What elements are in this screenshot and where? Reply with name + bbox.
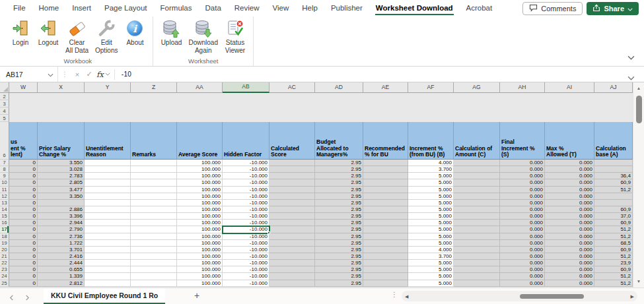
cell-AH10[interactable]: 0.000 xyxy=(500,179,545,186)
login-button[interactable]: Login xyxy=(7,18,34,47)
header-cell-Z[interactable]: Remarks xyxy=(131,122,177,160)
cell-Z15[interactable] xyxy=(131,213,177,220)
cell-AG17[interactable] xyxy=(454,226,500,233)
cell-AG9[interactable] xyxy=(454,173,500,179)
cell-AG16[interactable] xyxy=(454,220,500,226)
cell-AJ25[interactable]: 51,2 xyxy=(594,280,633,287)
cell-Z12[interactable] xyxy=(131,193,177,200)
cell-AG18[interactable] xyxy=(454,233,500,240)
name-box[interactable]: AB17 xyxy=(0,67,58,82)
row-header-22[interactable]: 22 xyxy=(0,260,9,266)
cell-Z14[interactable] xyxy=(131,206,177,213)
header-cell-AF[interactable]: Increment % (from BU) (B) xyxy=(408,122,454,160)
upload-button[interactable]: Upload xyxy=(157,18,185,47)
column-header-Z[interactable]: Z xyxy=(131,82,177,93)
cell-AG23[interactable] xyxy=(454,266,500,273)
cell-AD19[interactable]: 2.95 xyxy=(315,240,363,247)
cell-W19[interactable]: 0 xyxy=(9,240,38,247)
cell-AA16[interactable]: 100.000 xyxy=(177,220,223,226)
cell-AC17[interactable] xyxy=(269,226,315,233)
cell-AF10[interactable]: 5.000 xyxy=(408,179,454,186)
cell-AB22[interactable]: -10.000 xyxy=(223,260,269,266)
cell-W7[interactable]: 0 xyxy=(9,160,38,166)
cell-AE17[interactable] xyxy=(363,226,408,233)
cell-AH24[interactable]: 0.000 xyxy=(500,273,545,280)
cell-X16[interactable]: 2.944 xyxy=(38,220,85,226)
formula-input[interactable]: -10 xyxy=(116,71,644,78)
header-cell-AH[interactable]: Final Increment % (S) xyxy=(500,122,545,160)
cell-AA23[interactable]: 100.000 xyxy=(177,266,223,273)
row-header-23[interactable]: 23 xyxy=(0,266,9,273)
cell-AA14[interactable]: 100.000 xyxy=(177,206,223,213)
row-header-10[interactable]: 10 xyxy=(0,179,9,186)
status-viewer-button[interactable]: Status Viewer xyxy=(221,18,249,55)
cell-AI19[interactable]: 0.000 xyxy=(545,240,594,247)
cell-AI20[interactable]: 0.000 xyxy=(545,247,594,253)
cell-AD23[interactable]: 2.95 xyxy=(315,266,363,273)
row-header-3[interactable]: 3 xyxy=(0,100,9,107)
cell-AH13[interactable]: 0.000 xyxy=(500,200,545,206)
cell-Y9[interactable] xyxy=(85,173,131,179)
cell-AI14[interactable]: 0.000 xyxy=(545,206,594,213)
cell-W21[interactable]: 0 xyxy=(9,253,38,260)
cell-Z9[interactable] xyxy=(131,173,177,179)
cell-AJ17[interactable]: 51,2 xyxy=(594,226,633,233)
cell-AG21[interactable] xyxy=(454,253,500,260)
cell-AJ24[interactable]: 51,2 xyxy=(594,273,633,280)
cell-AA25[interactable]: 100.000 xyxy=(177,280,223,287)
cell-AE19[interactable] xyxy=(363,240,408,247)
cell-AA21[interactable]: 100.000 xyxy=(177,253,223,260)
cell-AE12[interactable] xyxy=(363,193,408,200)
cell-AC11[interactable] xyxy=(269,187,315,193)
cell-AA22[interactable]: 100.000 xyxy=(177,260,223,266)
cell-AD9[interactable]: 2.95 xyxy=(315,173,363,179)
cell-AH25[interactable]: 0.000 xyxy=(500,280,545,287)
column-header-AE[interactable]: AE xyxy=(363,82,408,93)
cell-Z21[interactable] xyxy=(131,253,177,260)
row-header-21[interactable]: 21 xyxy=(0,253,9,260)
tab-data[interactable]: Data xyxy=(199,0,228,16)
clear-all-data-button[interactable]: Clear All Data xyxy=(62,18,92,55)
cell-AA9[interactable]: 100.000 xyxy=(177,173,223,179)
cell-AI16[interactable]: 0.000 xyxy=(545,220,594,226)
cell-AE16[interactable] xyxy=(363,220,408,226)
cell-AJ9[interactable]: 36,4 xyxy=(594,173,633,179)
comments-button[interactable]: Comments xyxy=(522,2,583,15)
cell-AF20[interactable]: 4.000 xyxy=(408,247,454,253)
cell-Y10[interactable] xyxy=(85,179,131,186)
insert-function-button[interactable]: fx xyxy=(95,70,113,79)
enter-icon[interactable]: ✓ xyxy=(83,70,95,78)
column-header-AD[interactable]: AD xyxy=(315,82,363,93)
cell-AA13[interactable]: 100.000 xyxy=(177,200,223,206)
cell-AF21[interactable]: 3.700 xyxy=(408,253,454,260)
cell-AG10[interactable] xyxy=(454,179,500,186)
header-cell-X[interactable]: Prior Salary Change % xyxy=(38,122,85,160)
cell-AC22[interactable] xyxy=(269,260,315,266)
row-header-7[interactable]: 7 xyxy=(0,160,9,166)
cell-AF8[interactable]: 3.700 xyxy=(408,166,454,173)
about-button[interactable]: iAbout xyxy=(121,18,149,47)
cell-AD21[interactable]: 2.95 xyxy=(315,253,363,260)
row-header-14[interactable]: 14 xyxy=(0,206,9,213)
cell-AF13[interactable]: 5.000 xyxy=(408,200,454,206)
cell-AD15[interactable]: 2.95 xyxy=(315,213,363,220)
cell-Z25[interactable] xyxy=(131,280,177,287)
cell-Y7[interactable] xyxy=(85,160,131,166)
cell-AH19[interactable]: 0.000 xyxy=(500,240,545,247)
cell-X19[interactable]: 1.722 xyxy=(38,240,85,247)
cell-AH21[interactable]: 0.000 xyxy=(500,253,545,260)
cell-AG11[interactable] xyxy=(454,187,500,193)
cell-AD7[interactable]: 2.95 xyxy=(315,160,363,166)
cell-X11[interactable]: 3.477 xyxy=(38,187,85,193)
cell-AI8[interactable]: 0.000 xyxy=(545,166,594,173)
row-header-20[interactable]: 20 xyxy=(0,247,9,253)
cell-AG15[interactable] xyxy=(454,213,500,220)
cell-AD24[interactable]: 2.95 xyxy=(315,273,363,280)
cell-W14[interactable]: 0 xyxy=(9,206,38,213)
header-cell-Y[interactable]: Unentitlement Reason xyxy=(85,122,131,160)
cell-AC7[interactable] xyxy=(269,160,315,166)
cell-Z17[interactable] xyxy=(131,226,177,233)
cell-AC13[interactable] xyxy=(269,200,315,206)
cell-Z23[interactable] xyxy=(131,266,177,273)
cell-AF19[interactable]: 5.000 xyxy=(408,240,454,247)
